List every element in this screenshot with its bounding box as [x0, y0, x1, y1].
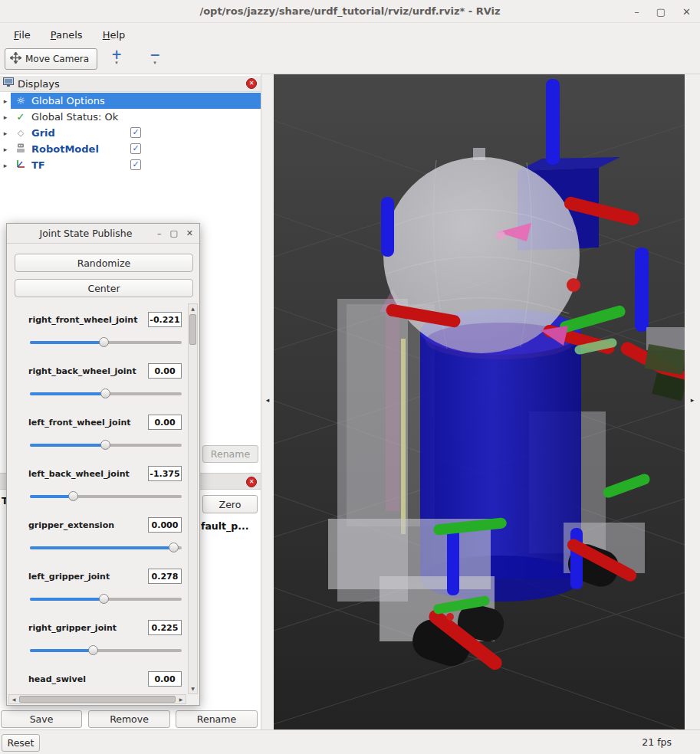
close-icon[interactable]: ✕	[682, 7, 691, 17]
menu-panels[interactable]: Panels	[43, 27, 90, 43]
grid-checkbox[interactable]: ✓	[130, 127, 141, 138]
joint-value-box[interactable]: 0.00	[148, 363, 182, 379]
move-camera-icon	[10, 52, 21, 66]
displays-close-icon[interactable]: ✕	[246, 78, 257, 89]
slider-handle[interactable]	[169, 543, 179, 552]
joint-row: right_gripper_joint 0.225	[15, 611, 186, 663]
scroll-right-icon[interactable]: ▶	[176, 695, 186, 703]
move-camera-label: Move Camera	[25, 54, 89, 64]
tree-item-robotmodel[interactable]: ▸ RobotModel ✓	[0, 141, 261, 157]
joint-slider[interactable]	[30, 645, 182, 656]
joint-label: head_swivel	[28, 674, 86, 684]
minimize-icon[interactable]: –	[634, 7, 639, 17]
rename-button[interactable]: Rename	[176, 710, 258, 728]
reset-button[interactable]: Reset	[2, 734, 40, 752]
slider-handle[interactable]	[100, 440, 110, 450]
maximize-icon[interactable]: ▢	[656, 7, 665, 17]
scroll-up-icon[interactable]: ▲	[189, 304, 197, 313]
joint-value-box[interactable]: -0.221	[148, 312, 182, 327]
move-camera-button[interactable]: Move Camera	[5, 48, 97, 70]
zero-button[interactable]: Zero	[202, 495, 258, 513]
horizontal-scrollbar[interactable]: ◀ ▶	[8, 694, 186, 704]
slider-handle[interactable]	[99, 337, 109, 347]
minus-icon: −	[150, 48, 160, 61]
toolbar: Move Camera + ▾ − ▾	[0, 46, 700, 74]
joint-value-box[interactable]: 0.00	[148, 415, 182, 430]
randomize-button[interactable]: Randomize	[15, 254, 193, 272]
joint-slider[interactable]	[30, 543, 182, 553]
joint-list: right_front_wheel_joint -0.221 right_bac…	[15, 303, 186, 694]
menubar: File Panels Help	[0, 23, 700, 46]
scroll-down-icon[interactable]: ▼	[189, 684, 197, 693]
jsp-close-icon[interactable]: ✕	[186, 228, 193, 238]
views-close-icon[interactable]: ✕	[246, 477, 257, 487]
tf-icon	[15, 159, 27, 172]
displays-panel-title: Displays	[18, 78, 60, 90]
expand-arrow-icon[interactable]: ▸	[0, 146, 11, 153]
joint-slider[interactable]	[30, 491, 182, 502]
add-tool-button[interactable]: + ▾	[108, 48, 125, 65]
rename-button-disabled: Rename	[202, 445, 258, 463]
center-button[interactable]: Center	[15, 279, 193, 297]
fps-counter: 21 fps	[642, 736, 672, 748]
joint-value-box[interactable]: 0.00	[148, 671, 182, 687]
tree-item-label: Global Options	[31, 95, 105, 107]
titlebar[interactable]: /opt/ros/jazzy/share/urdf_tutorial/rviz/…	[0, 0, 700, 23]
tree-item-global-options[interactable]: ▸ ☼ Global Options	[0, 93, 261, 109]
joint-slider[interactable]	[30, 440, 182, 451]
expand-arrow-icon[interactable]: ▸	[0, 162, 11, 169]
remove-button[interactable]: Remove	[88, 710, 170, 728]
joint-slider[interactable]	[30, 337, 182, 348]
joint-value-box[interactable]: 0.000	[148, 517, 182, 533]
jsp-titlebar[interactable]: Joint State Publishe – ▢ ✕	[7, 224, 199, 244]
window-controls: – ▢ ✕	[634, 0, 691, 23]
robotmodel-checkbox[interactable]: ✓	[130, 143, 141, 154]
expand-arrow-icon[interactable]: ▸	[0, 129, 11, 137]
joint-row: right_back_wheel_joint 0.00	[15, 355, 186, 406]
collapse-left-icon[interactable]: ◂	[266, 396, 270, 404]
scroll-left-icon[interactable]: ◀	[9, 695, 18, 703]
joint-label: gripper_extension	[28, 520, 114, 530]
joint-row: right_front_wheel_joint -0.221	[15, 303, 186, 355]
joint-value-box[interactable]: 0.278	[148, 569, 182, 584]
chevron-down-icon: ▾	[153, 61, 156, 65]
joint-label: right_gripper_joint	[28, 623, 117, 633]
joint-value-box[interactable]: 0.225	[148, 620, 182, 635]
right-splitter[interactable]: ▸	[685, 74, 700, 729]
joint-slider[interactable]	[30, 388, 182, 399]
slider-handle[interactable]	[88, 645, 98, 655]
remove-tool-button[interactable]: − ▾	[146, 48, 163, 65]
tree-item-label: TF	[31, 159, 45, 171]
status-ok-icon: ✓	[15, 111, 27, 123]
tf-checkbox[interactable]: ✓	[130, 159, 141, 170]
vertical-scrollbar[interactable]: ▲ ▼	[188, 303, 198, 694]
slider-handle[interactable]	[100, 388, 110, 398]
jsp-minimize-icon[interactable]: –	[157, 228, 162, 238]
tree-item-tf[interactable]: ▸ TF ✓	[0, 157, 261, 173]
collapse-right-icon[interactable]: ▸	[691, 396, 695, 404]
window-title: /opt/ros/jazzy/share/urdf_tutorial/rviz/…	[0, 5, 700, 17]
plus-icon: +	[111, 48, 122, 61]
joint-slider[interactable]	[30, 594, 182, 605]
menu-file[interactable]: File	[6, 27, 38, 43]
expand-arrow-icon[interactable]: ▸	[0, 113, 11, 121]
joint-row: gripper_extension 0.000	[15, 509, 186, 560]
panel-splitter[interactable]: ◂	[261, 74, 274, 729]
truncated-view-name: fault_p...	[201, 520, 248, 532]
displays-panel-header[interactable]: Displays ✕	[0, 76, 261, 92]
yellow-rod	[401, 339, 406, 534]
scrollbar-thumb[interactable]	[189, 314, 196, 345]
tree-item-global-status[interactable]: ▸ ✓ Global Status: Ok	[0, 109, 261, 125]
expand-arrow-icon[interactable]: ▸	[0, 97, 11, 105]
menu-help[interactable]: Help	[95, 27, 133, 43]
slider-handle[interactable]	[99, 594, 109, 604]
tree-item-grid[interactable]: ▸ ◇ Grid ✓	[0, 125, 261, 141]
save-button[interactable]: Save	[1, 710, 82, 728]
slider-handle[interactable]	[68, 491, 78, 501]
joint-value-box[interactable]: -1.375	[148, 466, 182, 481]
jsp-maximize-icon[interactable]: ▢	[169, 228, 177, 238]
scrollbar-thumb[interactable]	[19, 696, 176, 703]
joint-row: left_back_wheel_joint -1.375	[15, 457, 186, 509]
robot-model-icon	[15, 143, 27, 156]
3d-viewport[interactable]	[274, 74, 685, 729]
